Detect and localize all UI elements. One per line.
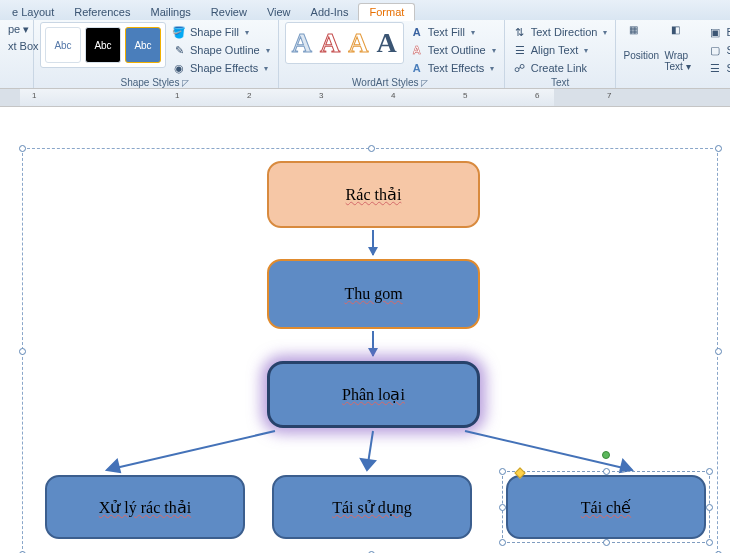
shapes-dropdown[interactable]: pe ▾: [6, 22, 27, 37]
resize-handle[interactable]: [706, 539, 713, 546]
tab-references[interactable]: References: [64, 4, 140, 20]
ribbon: e Layout References Mailings Review View…: [0, 0, 730, 89]
text-effects-icon: A: [410, 61, 424, 75]
shape-fill-button[interactable]: 🪣Shape Fill▾: [170, 24, 272, 40]
tab-view[interactable]: View: [257, 4, 301, 20]
document-canvas[interactable]: Rác thải Thu gom Phân loại Xử lý rác thả…: [0, 107, 730, 553]
create-link-button[interactable]: ☍Create Link: [511, 60, 610, 76]
horizontal-ruler[interactable]: 1 1 2 3 4 5 6 7: [0, 89, 730, 107]
shape-selection: [502, 471, 710, 543]
text-direction-button[interactable]: ⇅Text Direction▾: [511, 24, 610, 40]
resize-handle[interactable]: [603, 468, 610, 475]
shape-styles-dialog[interactable]: ◸: [182, 78, 191, 88]
selection-handle[interactable]: [715, 348, 722, 355]
selection-pane-button[interactable]: ☰Sele: [706, 60, 730, 76]
arrow-3-5[interactable]: [355, 428, 385, 478]
selection-handle[interactable]: [19, 348, 26, 355]
resize-handle[interactable]: [499, 504, 506, 511]
group-label-arrange: Arr: [622, 76, 730, 89]
flowchart-node-2[interactable]: Thu gom: [267, 259, 480, 329]
wordart-style-1[interactable]: A: [292, 27, 312, 59]
shape-outline-button[interactable]: ✎Shape Outline▾: [170, 42, 272, 58]
group-label-wordart: WordArt Styles: [352, 77, 419, 88]
text-fill-icon: A: [410, 25, 424, 39]
send-backward-button[interactable]: ▢Sen: [706, 42, 730, 58]
svg-line-0: [107, 431, 275, 470]
textbox-dropdown[interactable]: xt Box ▾: [6, 39, 27, 54]
position-button[interactable]: ▦ Position: [622, 22, 660, 61]
selection-handle[interactable]: [715, 145, 722, 152]
group-arrange: ▦ Position ◧ Wrap Text ▾ ▣Brin ▢Sen ☰Sel…: [616, 20, 730, 88]
wrap-text-button[interactable]: ◧ Wrap Text ▾: [664, 22, 702, 72]
pencil-icon: ✎: [172, 43, 186, 57]
resize-handle[interactable]: [499, 539, 506, 546]
selection-handle[interactable]: [19, 145, 26, 152]
group-label-text: Text: [511, 76, 610, 89]
group-insert-partial: pe ▾ xt Box ▾: [0, 20, 34, 88]
position-icon: ▦: [629, 24, 653, 48]
wordart-gallery[interactable]: A A A A: [285, 22, 404, 64]
tab-mailings[interactable]: Mailings: [140, 4, 200, 20]
ribbon-tabs: e Layout References Mailings Review View…: [0, 0, 730, 20]
flowchart-node-5[interactable]: Tái sử dụng: [272, 475, 472, 539]
text-direction-icon: ⇅: [513, 25, 527, 39]
selection-pane-icon: ☰: [708, 61, 722, 75]
link-icon: ☍: [513, 61, 527, 75]
wordart-style-3[interactable]: A: [348, 27, 368, 59]
page-1: Rác thải Thu gom Phân loại Xử lý rác thả…: [0, 125, 730, 553]
arrow-3-4[interactable]: [95, 428, 280, 478]
arrow-2-3[interactable]: [372, 331, 374, 356]
wordart-dialog[interactable]: ◸: [421, 78, 430, 88]
flowchart-node-1[interactable]: Rác thải: [267, 161, 480, 228]
resize-handle[interactable]: [706, 504, 713, 511]
shape-style-1[interactable]: Abc: [45, 27, 81, 63]
resize-handle[interactable]: [603, 539, 610, 546]
group-wordart-styles: A A A A AText Fill▾ AText Outline▾ AText…: [279, 20, 505, 88]
svg-marker-1: [107, 460, 120, 472]
resize-handle[interactable]: [499, 468, 506, 475]
text-outline-icon: A: [410, 43, 424, 57]
shape-style-2[interactable]: Abc: [85, 27, 121, 63]
align-text-button[interactable]: ☰Align Text▾: [511, 42, 610, 58]
effects-icon: ◉: [172, 61, 186, 75]
shape-style-gallery[interactable]: Abc Abc Abc: [40, 22, 166, 68]
send-backward-icon: ▢: [708, 43, 722, 57]
tab-layout[interactable]: e Layout: [2, 4, 64, 20]
arrow-1-2[interactable]: [372, 230, 374, 255]
wrap-text-icon: ◧: [671, 24, 695, 48]
wordart-style-2[interactable]: A: [320, 27, 340, 59]
shape-effects-button[interactable]: ◉Shape Effects▾: [170, 60, 272, 76]
tab-review[interactable]: Review: [201, 4, 257, 20]
group-shape-styles: Abc Abc Abc 🪣Shape Fill▾ ✎Shape Outline▾…: [34, 20, 279, 88]
text-effects-button[interactable]: AText Effects▾: [408, 60, 498, 76]
rotate-handle[interactable]: [602, 451, 610, 459]
ribbon-body: pe ▾ xt Box ▾ Abc Abc Abc 🪣Shape Fill▾ ✎…: [0, 20, 730, 88]
tab-format[interactable]: Format: [358, 3, 415, 21]
bring-forward-button[interactable]: ▣Brin: [706, 24, 730, 40]
paint-bucket-icon: 🪣: [172, 25, 186, 39]
wordart-style-4[interactable]: A: [376, 27, 396, 59]
align-text-icon: ☰: [513, 43, 527, 57]
group-label-shape-styles: Shape Styles: [121, 77, 180, 88]
resize-handle[interactable]: [706, 468, 713, 475]
text-outline-button[interactable]: AText Outline▾: [408, 42, 498, 58]
tab-addins[interactable]: Add-Ins: [301, 4, 359, 20]
selection-handle[interactable]: [368, 145, 375, 152]
bring-forward-icon: ▣: [708, 25, 722, 39]
flowchart-node-3[interactable]: Phân loại: [267, 361, 480, 428]
group-text: ⇅Text Direction▾ ☰Align Text▾ ☍Create Li…: [505, 20, 617, 88]
shape-style-3[interactable]: Abc: [125, 27, 161, 63]
flowchart-node-4[interactable]: Xử lý rác thải: [45, 475, 245, 539]
svg-marker-3: [361, 459, 375, 470]
text-fill-button[interactable]: AText Fill▾: [408, 24, 498, 40]
